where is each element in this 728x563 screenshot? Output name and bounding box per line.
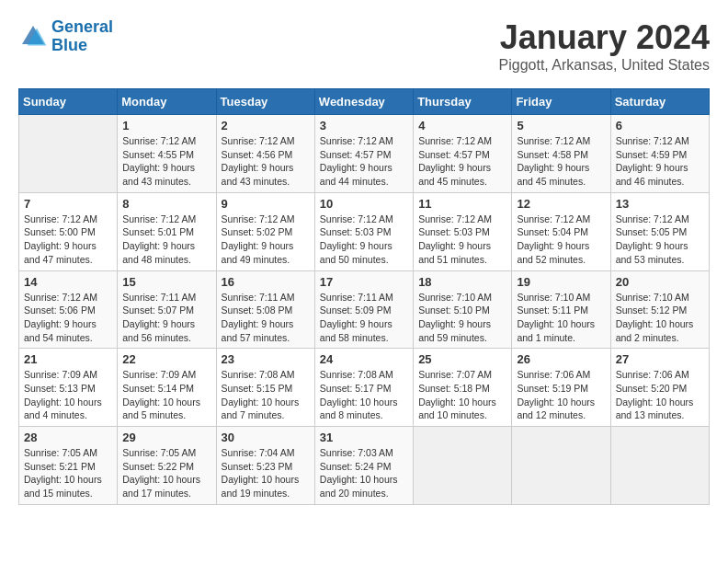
day-info: Sunrise: 7:10 AM Sunset: 5:10 PM Dayligh… <box>418 291 506 345</box>
calendar-cell <box>610 427 709 505</box>
day-number: 28 <box>24 431 112 444</box>
day-number: 19 <box>517 275 605 289</box>
day-number: 21 <box>24 352 112 366</box>
calendar-cell <box>512 427 610 505</box>
day-info: Sunrise: 7:04 AM Sunset: 5:23 PM Dayligh… <box>222 446 310 500</box>
day-info: Sunrise: 7:12 AM Sunset: 4:56 PM Dayligh… <box>222 134 310 189</box>
calendar-table: SundayMondayTuesdayWednesdayThursdayFrid… <box>18 88 710 505</box>
calendar-week-row: 7Sunrise: 7:12 AM Sunset: 5:00 PM Daylig… <box>19 192 710 270</box>
day-number: 9 <box>222 197 310 211</box>
calendar-cell: 26Sunrise: 7:06 AM Sunset: 5:19 PM Dayli… <box>512 349 610 427</box>
day-number: 27 <box>616 352 704 366</box>
day-number: 25 <box>418 352 506 366</box>
day-info: Sunrise: 7:06 AM Sunset: 5:20 PM Dayligh… <box>616 368 704 422</box>
subtitle: Piggott, Arkansas, United States <box>499 57 710 74</box>
calendar-cell: 10Sunrise: 7:12 AM Sunset: 5:03 PM Dayli… <box>314 192 413 270</box>
calendar-cell: 17Sunrise: 7:11 AM Sunset: 5:09 PM Dayli… <box>314 270 413 349</box>
calendar-cell: 4Sunrise: 7:12 AM Sunset: 4:57 PM Daylig… <box>414 115 512 193</box>
title-area: January 2024 Piggott, Arkansas, United S… <box>499 18 710 74</box>
day-info: Sunrise: 7:09 AM Sunset: 5:13 PM Dayligh… <box>24 368 112 422</box>
day-number: 13 <box>616 197 704 211</box>
day-info: Sunrise: 7:12 AM Sunset: 4:57 PM Dayligh… <box>418 134 506 189</box>
logo-line1: General <box>51 17 113 36</box>
day-info: Sunrise: 7:06 AM Sunset: 5:19 PM Dayligh… <box>517 368 605 422</box>
day-info: Sunrise: 7:09 AM Sunset: 5:14 PM Dayligh… <box>122 368 210 422</box>
day-info: Sunrise: 7:11 AM Sunset: 5:09 PM Dayligh… <box>320 291 408 345</box>
day-info: Sunrise: 7:07 AM Sunset: 5:18 PM Dayligh… <box>418 368 506 422</box>
calendar-cell <box>414 427 512 505</box>
day-info: Sunrise: 7:08 AM Sunset: 5:15 PM Dayligh… <box>222 368 310 422</box>
calendar-day-header: Saturday <box>610 89 709 115</box>
day-number: 1 <box>122 119 210 132</box>
calendar-cell: 6Sunrise: 7:12 AM Sunset: 4:59 PM Daylig… <box>610 115 709 193</box>
calendar-cell: 20Sunrise: 7:10 AM Sunset: 5:12 PM Dayli… <box>610 270 709 349</box>
calendar-cell <box>19 115 118 193</box>
calendar-cell: 31Sunrise: 7:03 AM Sunset: 5:24 PM Dayli… <box>314 427 413 505</box>
logo-text: General Blue <box>51 18 113 55</box>
day-info: Sunrise: 7:11 AM Sunset: 5:07 PM Dayligh… <box>122 291 210 345</box>
day-info: Sunrise: 7:12 AM Sunset: 5:02 PM Dayligh… <box>222 213 310 267</box>
day-number: 2 <box>222 119 310 132</box>
calendar-day-header: Friday <box>512 89 610 115</box>
main-title: January 2024 <box>499 18 710 57</box>
calendar-cell: 16Sunrise: 7:11 AM Sunset: 5:08 PM Dayli… <box>216 270 314 349</box>
page-header: General Blue January 2024 Piggott, Arkan… <box>18 18 710 74</box>
logo: General Blue <box>18 18 113 55</box>
calendar-cell: 22Sunrise: 7:09 AM Sunset: 5:14 PM Dayli… <box>118 349 216 427</box>
day-number: 30 <box>222 431 310 444</box>
day-info: Sunrise: 7:12 AM Sunset: 5:05 PM Dayligh… <box>616 213 704 267</box>
day-info: Sunrise: 7:12 AM Sunset: 5:03 PM Dayligh… <box>320 213 408 267</box>
calendar-header-row: SundayMondayTuesdayWednesdayThursdayFrid… <box>19 89 710 115</box>
calendar-week-row: 28Sunrise: 7:05 AM Sunset: 5:21 PM Dayli… <box>19 427 710 505</box>
calendar-cell: 21Sunrise: 7:09 AM Sunset: 5:13 PM Dayli… <box>19 349 118 427</box>
calendar-week-row: 1Sunrise: 7:12 AM Sunset: 4:55 PM Daylig… <box>19 115 710 193</box>
calendar-cell: 30Sunrise: 7:04 AM Sunset: 5:23 PM Dayli… <box>216 427 314 505</box>
calendar-day-header: Thursday <box>414 89 512 115</box>
day-number: 18 <box>418 275 506 289</box>
calendar-cell: 25Sunrise: 7:07 AM Sunset: 5:18 PM Dayli… <box>414 349 512 427</box>
day-number: 12 <box>517 197 605 211</box>
calendar-cell: 9Sunrise: 7:12 AM Sunset: 5:02 PM Daylig… <box>216 192 314 270</box>
day-info: Sunrise: 7:12 AM Sunset: 5:03 PM Dayligh… <box>418 213 506 267</box>
calendar-day-header: Tuesday <box>216 89 314 115</box>
day-info: Sunrise: 7:05 AM Sunset: 5:21 PM Dayligh… <box>24 446 112 500</box>
day-info: Sunrise: 7:12 AM Sunset: 4:55 PM Dayligh… <box>122 134 210 189</box>
day-number: 8 <box>122 197 210 211</box>
calendar-cell: 1Sunrise: 7:12 AM Sunset: 4:55 PM Daylig… <box>118 115 216 193</box>
day-number: 29 <box>122 431 210 444</box>
calendar-cell: 5Sunrise: 7:12 AM Sunset: 4:58 PM Daylig… <box>512 115 610 193</box>
day-info: Sunrise: 7:12 AM Sunset: 4:59 PM Dayligh… <box>616 134 704 189</box>
calendar-cell: 15Sunrise: 7:11 AM Sunset: 5:07 PM Dayli… <box>118 270 216 349</box>
day-number: 22 <box>122 352 210 366</box>
day-number: 10 <box>320 197 408 211</box>
day-number: 24 <box>320 352 408 366</box>
calendar-cell: 13Sunrise: 7:12 AM Sunset: 5:05 PM Dayli… <box>610 192 709 270</box>
day-info: Sunrise: 7:12 AM Sunset: 4:58 PM Dayligh… <box>517 134 605 189</box>
day-info: Sunrise: 7:08 AM Sunset: 5:17 PM Dayligh… <box>320 368 408 422</box>
calendar-day-header: Monday <box>118 89 216 115</box>
day-number: 31 <box>320 431 408 444</box>
day-number: 14 <box>24 275 112 289</box>
calendar-cell: 2Sunrise: 7:12 AM Sunset: 4:56 PM Daylig… <box>216 115 314 193</box>
day-info: Sunrise: 7:12 AM Sunset: 5:00 PM Dayligh… <box>24 213 112 267</box>
day-number: 4 <box>418 119 506 132</box>
day-number: 23 <box>222 352 310 366</box>
calendar-cell: 19Sunrise: 7:10 AM Sunset: 5:11 PM Dayli… <box>512 270 610 349</box>
calendar-cell: 29Sunrise: 7:05 AM Sunset: 5:22 PM Dayli… <box>118 427 216 505</box>
calendar-day-header: Wednesday <box>314 89 413 115</box>
calendar-cell: 14Sunrise: 7:12 AM Sunset: 5:06 PM Dayli… <box>19 270 118 349</box>
day-info: Sunrise: 7:12 AM Sunset: 5:06 PM Dayligh… <box>24 291 112 345</box>
calendar-cell: 8Sunrise: 7:12 AM Sunset: 5:01 PM Daylig… <box>118 192 216 270</box>
calendar-cell: 11Sunrise: 7:12 AM Sunset: 5:03 PM Dayli… <box>414 192 512 270</box>
calendar-cell: 27Sunrise: 7:06 AM Sunset: 5:20 PM Dayli… <box>610 349 709 427</box>
day-info: Sunrise: 7:10 AM Sunset: 5:11 PM Dayligh… <box>517 291 605 345</box>
calendar-cell: 12Sunrise: 7:12 AM Sunset: 5:04 PM Dayli… <box>512 192 610 270</box>
day-number: 6 <box>616 119 704 132</box>
day-number: 16 <box>222 275 310 289</box>
calendar-cell: 28Sunrise: 7:05 AM Sunset: 5:21 PM Dayli… <box>19 427 118 505</box>
calendar-cell: 23Sunrise: 7:08 AM Sunset: 5:15 PM Dayli… <box>216 349 314 427</box>
day-number: 17 <box>320 275 408 289</box>
day-number: 15 <box>122 275 210 289</box>
day-info: Sunrise: 7:12 AM Sunset: 4:57 PM Dayligh… <box>320 134 408 189</box>
day-number: 26 <box>517 352 605 366</box>
